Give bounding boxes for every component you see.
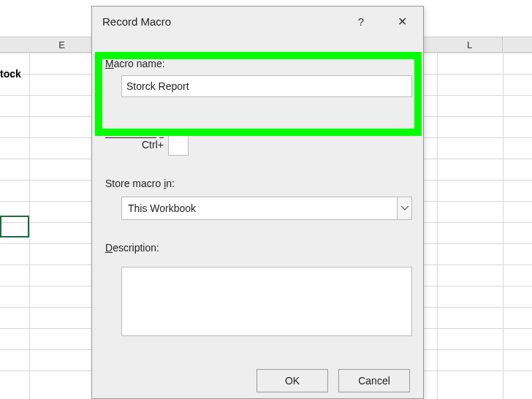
record-macro-dialog: Record Macro ? ✕ Macro name: Ctrl+ Store… xyxy=(91,6,424,399)
form-area: Macro name: Ctrl+ Store macro in: This W… xyxy=(92,36,423,338)
macro-name-label: Macro name: xyxy=(105,58,410,69)
store-macro-select[interactable]: This Workbook xyxy=(121,197,412,220)
description-section: Description: xyxy=(105,242,410,338)
dialog-title: Record Macro xyxy=(102,15,171,28)
dialog-titlebar: Record Macro ? ✕ xyxy=(92,7,423,36)
dialog-buttons: OK Cancel xyxy=(256,369,410,392)
help-button[interactable]: ? xyxy=(352,12,370,31)
macro-name-input[interactable] xyxy=(121,75,412,97)
description-textarea[interactable] xyxy=(121,267,412,336)
col-header-e[interactable]: E xyxy=(29,37,95,53)
ok-button[interactable]: OK xyxy=(256,369,328,392)
cell-partial-text: tock xyxy=(0,68,21,80)
shortcut-key-label-partial: ————— —— xyxy=(105,131,164,142)
shortcut-key-input[interactable] xyxy=(168,134,189,156)
store-section: Store macro in: This Workbook xyxy=(105,178,410,220)
chevron-down-icon xyxy=(397,197,411,219)
cancel-button[interactable]: Cancel xyxy=(338,369,410,392)
store-select-value: This Workbook xyxy=(128,202,196,214)
description-label: Description: xyxy=(105,242,410,254)
shortcut-row: Ctrl+ xyxy=(142,134,410,156)
col-header-l[interactable]: L xyxy=(437,37,503,53)
selected-cell[interactable] xyxy=(0,216,29,238)
close-button[interactable]: ✕ xyxy=(392,12,413,31)
store-label: Store macro in: xyxy=(105,178,410,189)
title-controls: ? ✕ xyxy=(352,12,413,31)
